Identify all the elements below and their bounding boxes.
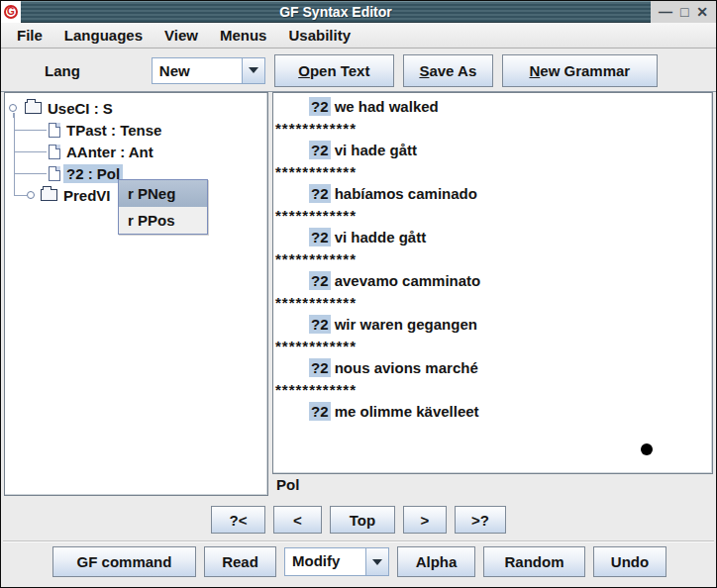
gf-command-button[interactable]: GF command (52, 546, 196, 577)
linearization-line: ?2 nous avions marché (273, 357, 712, 379)
focus-dot (641, 443, 653, 455)
modify-combobox-value: Modify (285, 548, 365, 575)
gf-syntax-editor-window: G GF Syntax Editor —□✕ FileLanguagesView… (0, 0, 717, 588)
linearization-text: vi hade gått (335, 142, 417, 158)
folder-icon (25, 102, 42, 114)
window-title: GF Syntax Editor (21, 1, 651, 23)
separator-line: ************ (273, 161, 712, 183)
nav--button[interactable]: ?< (211, 506, 265, 534)
command-bar: GF commandReadModifyAlphaRandomUndo (52, 546, 666, 577)
linearization-line: ?2 avevamo camminato (273, 270, 712, 292)
tree-node-label: ?2 : Pol (63, 164, 123, 183)
linearization-line: ?2 we had walked (273, 96, 712, 118)
titlebar: G GF Syntax Editor —□✕ (1, 1, 716, 23)
alpha-button[interactable]: Alpha (397, 546, 475, 577)
metavariable-token[interactable]: ?2 (309, 228, 331, 246)
focus-type-label: Pol (276, 476, 299, 493)
tree-node-label: UseCI : S (45, 99, 116, 118)
maximize-button[interactable]: □ (680, 5, 688, 19)
linearization-text: wir waren gegangen (335, 316, 477, 333)
linearization-line: ?2 me olimme kävelleet (273, 401, 712, 423)
separator-line: ************ (273, 379, 712, 401)
open-text-button[interactable]: Open Text (274, 54, 394, 87)
menu-file[interactable]: File (9, 25, 51, 46)
linearization-text: me olimme kävelleet (335, 403, 479, 420)
nav-top-button[interactable]: Top (330, 506, 395, 534)
document-icon (49, 145, 60, 159)
separator-line: ************ (273, 248, 712, 270)
nav--button[interactable]: < (273, 506, 322, 534)
metavariable-token[interactable]: ?2 (309, 141, 331, 159)
linearization-panel[interactable]: ?2 we had walked************?2 vi hade g… (272, 92, 713, 474)
menu-usability[interactable]: Usability (280, 25, 358, 46)
metavariable-token[interactable]: ?2 (309, 358, 331, 377)
tree-node-label: PredVI (60, 186, 114, 205)
nav--button[interactable]: >? (455, 506, 506, 534)
tree-node-root[interactable]: UseCI : S (5, 97, 267, 119)
refinement-popup-menu: r PNegr PPos (118, 179, 208, 235)
minimize-button[interactable]: — (659, 5, 672, 19)
nav--button[interactable]: > (403, 506, 447, 534)
metavariable-token[interactable]: ?2 (309, 402, 331, 421)
lang-combobox-arrow-button[interactable] (242, 58, 264, 83)
lang-label: Lang (45, 62, 80, 79)
app-logo: G (1, 1, 21, 23)
metavariable-token[interactable]: ?2 (309, 184, 331, 203)
menu-languages[interactable]: Languages (56, 25, 151, 46)
tree-node-label: TPast : Tense (63, 121, 164, 140)
lang-combobox[interactable]: New (152, 57, 265, 84)
window-controls: —□✕ (651, 1, 716, 23)
tree-node-tpast-tense[interactable]: TPast : Tense (5, 119, 267, 141)
linearization-text: habíamos caminado (335, 185, 477, 202)
navigation-bar: ?<<Top>>? (1, 506, 716, 534)
separator-line: ************ (273, 336, 712, 357)
linearization-line: ?2 vi hade gått (273, 140, 712, 161)
menu-menus[interactable]: Menus (212, 25, 275, 46)
modify-combobox[interactable]: Modify (284, 547, 389, 576)
linearization-text: we had walked (335, 98, 439, 115)
menu-view[interactable]: View (156, 25, 206, 46)
undo-button[interactable]: Undo (593, 546, 666, 577)
document-icon (49, 123, 60, 138)
tree-node-aanter-ant[interactable]: AAnter : Ant (5, 141, 267, 162)
save-as-button[interactable]: Save As (403, 54, 493, 87)
linearization-line: ?2 wir waren gegangen (273, 314, 712, 336)
separator-line: ************ (273, 292, 712, 314)
chevron-down-icon (372, 559, 382, 565)
metavariable-token[interactable]: ?2 (309, 271, 331, 290)
lang-combobox-value: New (153, 58, 242, 83)
modify-combobox-arrow-button[interactable] (365, 548, 388, 575)
popup-item-r-pneg[interactable]: r PNeg (119, 180, 207, 207)
linearization-text: vi hadde gått (335, 229, 427, 245)
menubar: FileLanguagesViewMenusUsability (1, 23, 716, 49)
new-grammar-button[interactable]: New Grammar (502, 54, 658, 87)
linearization-text: nous avions marché (335, 359, 478, 376)
tree-node-label: AAnter : Ant (63, 143, 156, 161)
close-button[interactable]: ✕ (696, 5, 708, 19)
metavariable-token[interactable]: ?2 (309, 97, 331, 116)
toolbar: Lang New Open TextSave AsNew Grammar (1, 49, 716, 92)
linearization-text: avevamo camminato (335, 272, 481, 289)
folder-icon (41, 189, 57, 201)
separator-line: ************ (273, 118, 712, 140)
syntax-tree-panel[interactable]: UseCI : S TPast : TenseAAnter : Ant?2 : … (4, 92, 268, 496)
document-icon (49, 166, 60, 181)
random-button[interactable]: Random (483, 546, 585, 577)
separator-line: ************ (273, 205, 712, 227)
separator-line (3, 540, 714, 542)
read-button[interactable]: Read (204, 546, 276, 577)
popup-item-r-ppos[interactable]: r PPos (119, 207, 207, 234)
linearization-line: ?2 habíamos caminado (273, 183, 712, 205)
gf-logo-icon: G (4, 5, 18, 19)
expanded-handle-icon[interactable] (9, 104, 17, 112)
chevron-down-icon (249, 67, 258, 73)
collapsed-handle-icon[interactable] (27, 191, 35, 199)
metavariable-token[interactable]: ?2 (309, 315, 331, 334)
linearization-line: ?2 vi hadde gått (273, 227, 712, 248)
